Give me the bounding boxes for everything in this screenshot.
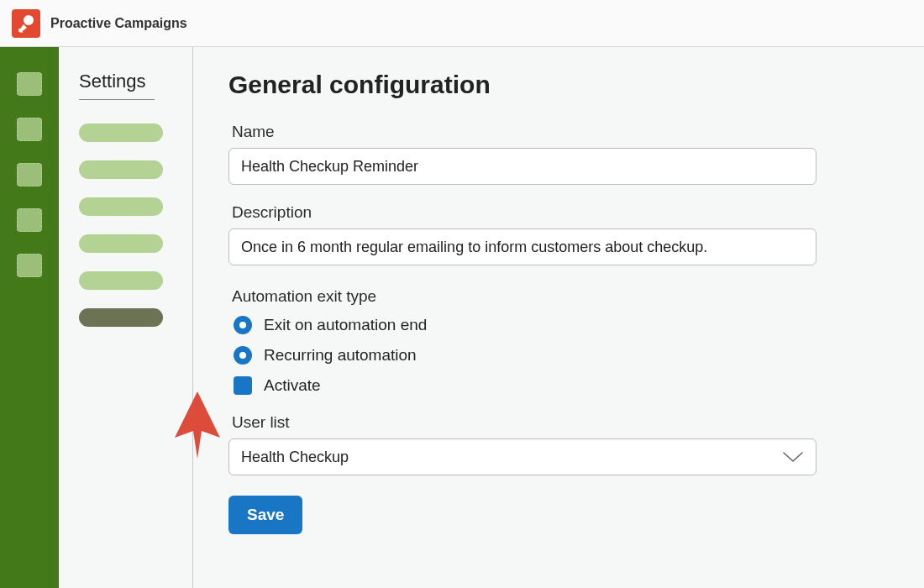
option-exit-on-end[interactable]: Exit on automation end bbox=[234, 316, 874, 334]
user-list-label: User list bbox=[232, 413, 874, 432]
rocket-icon bbox=[15, 13, 37, 34]
radio-icon bbox=[234, 316, 252, 334]
save-button[interactable]: Save bbox=[228, 496, 302, 534]
option-recurring[interactable]: Recurring automation bbox=[234, 346, 874, 365]
svg-point-0 bbox=[24, 15, 34, 25]
settings-item-active[interactable] bbox=[79, 308, 163, 327]
settings-sidebar: Settings bbox=[59, 47, 193, 588]
top-bar: Proactive Campaigns bbox=[0, 0, 924, 47]
user-list-value: Health Checkup bbox=[241, 449, 349, 466]
app-logo bbox=[12, 9, 40, 38]
svg-point-1 bbox=[18, 29, 20, 30]
page-title: General configuration bbox=[228, 71, 874, 99]
nav-rail bbox=[0, 47, 59, 588]
name-input[interactable] bbox=[228, 148, 816, 185]
settings-item-4[interactable] bbox=[79, 234, 163, 253]
radio-icon bbox=[234, 346, 252, 365]
rail-item-4[interactable] bbox=[17, 208, 42, 232]
svg-point-2 bbox=[21, 31, 23, 33]
name-label: Name bbox=[232, 123, 874, 141]
option-activate-label: Activate bbox=[264, 376, 321, 395]
app-title: Proactive Campaigns bbox=[50, 16, 187, 31]
main-content: General configuration Name Description A… bbox=[193, 47, 924, 588]
rail-item-3[interactable] bbox=[17, 163, 42, 186]
settings-item-1[interactable] bbox=[79, 123, 163, 142]
option-exit-on-end-label: Exit on automation end bbox=[264, 316, 427, 334]
rail-item-5[interactable] bbox=[17, 254, 42, 277]
description-input[interactable] bbox=[228, 228, 816, 265]
rail-item-1[interactable] bbox=[17, 72, 42, 96]
description-label: Description bbox=[232, 203, 874, 222]
user-list-select[interactable]: Health Checkup bbox=[228, 438, 816, 475]
settings-item-2[interactable] bbox=[79, 160, 163, 179]
settings-item-5[interactable] bbox=[79, 271, 163, 290]
settings-item-3[interactable] bbox=[79, 197, 163, 216]
rail-item-2[interactable] bbox=[17, 118, 42, 141]
option-recurring-label: Recurring automation bbox=[264, 346, 417, 365]
settings-heading: Settings bbox=[79, 71, 155, 100]
checkbox-icon bbox=[234, 376, 252, 395]
chevron-down-icon bbox=[782, 451, 804, 463]
option-activate[interactable]: Activate bbox=[234, 376, 874, 395]
exit-type-label: Automation exit type bbox=[232, 287, 874, 306]
